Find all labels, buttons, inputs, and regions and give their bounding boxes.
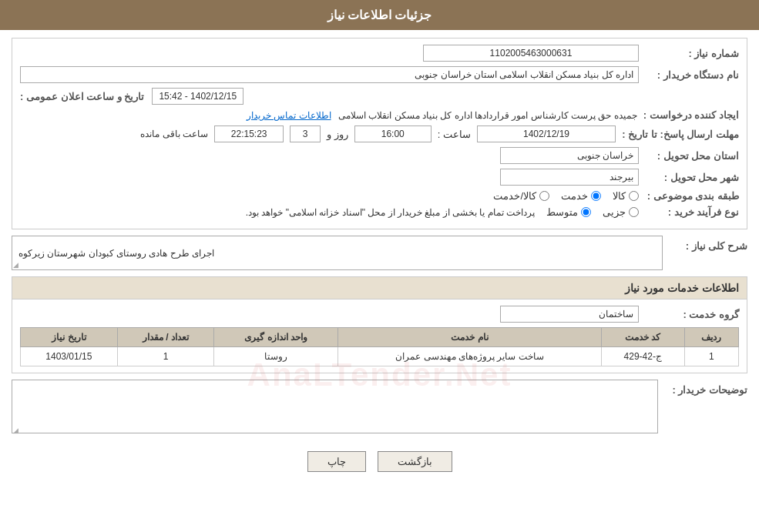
category-option-khedmat: خدمت: [561, 190, 601, 202]
print-button[interactable]: چاپ: [307, 451, 366, 472]
category-radio-kala-khedmat[interactable]: [539, 191, 549, 201]
request-number-value: 1102005463000631: [423, 45, 639, 62]
deadline-label: مهلت ارسال پاسخ: تا تاریخ :: [616, 129, 739, 140]
deadline-time-label: ساعت :: [438, 129, 471, 140]
request-number-label: شماره نیاز :: [639, 48, 739, 59]
page-title: جزئیات اطلاعات نیاز: [327, 8, 432, 22]
service-group-row: گروه خدمت : ساختمان: [20, 306, 739, 323]
category-row: طبقه بندی موضوعی : کالا خدمت کالا/خدم: [20, 190, 739, 202]
buyer-org-label: نام دستگاه خریدار :: [639, 69, 739, 81]
description-value: اجرای طرح هادی روستای کبودان شهرستان زیر…: [12, 236, 663, 270]
category-radio-khedmat[interactable]: [591, 191, 601, 201]
deadline-date: 1402/12/19: [477, 125, 616, 142]
col-header-name: نام خدمت: [338, 328, 601, 347]
process-option-jozi: جزیی: [603, 206, 639, 218]
buyer-org-row: نام دستگاه خریدار : اداره کل بنیاد مسکن …: [20, 66, 739, 83]
buyer-org-value: اداره کل بنیاد مسکن انقلاب اسلامی استان …: [20, 66, 639, 83]
buyer-notes-textarea[interactable]: [12, 380, 658, 433]
process-label-jozi: جزیی: [603, 206, 626, 218]
process-radio-group: جزیی متوسط: [546, 206, 639, 218]
category-radio-kala[interactable]: [629, 191, 639, 201]
process-label: نوع فرآیند خرید :: [639, 206, 739, 218]
city-row: شهر محل تحویل : بیرجند: [20, 169, 739, 186]
resize-handle: ◢: [13, 261, 18, 269]
deadline-day-label: روز و: [327, 129, 348, 140]
table-row: 1ج-42-429ساخت سایر پروژه‌های مهندسی عمرا…: [21, 347, 739, 366]
province-label: استان محل تحویل :: [639, 150, 739, 162]
deadline-time: 16:00: [354, 125, 432, 142]
province-value: خراسان جنوبی: [500, 147, 639, 164]
category-label: طبقه بندی موضوعی :: [639, 190, 739, 202]
col-header-code: کد خدمت: [601, 328, 684, 347]
process-radio-jozi[interactable]: [629, 207, 639, 217]
deadline-remaining-suffix: ساعت باقی مانده: [140, 129, 208, 139]
city-label: شهر محل تحویل :: [639, 172, 739, 183]
button-row: بازگشت چاپ: [12, 442, 747, 481]
notes-resize-handle: ◢: [13, 427, 18, 434]
page-header: جزئیات اطلاعات نیاز: [0, 0, 759, 30]
announce-label: تاریخ و ساعت اعلان عمومی :: [20, 91, 144, 102]
category-label-kala-khedmat: کالا/خدمت: [493, 190, 536, 202]
service-group-label: گروه خدمت :: [639, 309, 739, 320]
requester-label: ایجاد کننده درخواست :: [637, 109, 739, 121]
category-label-khedmat: خدمت: [561, 190, 588, 202]
deadline-day: 3: [290, 125, 321, 142]
back-button[interactable]: بازگشت: [378, 451, 452, 472]
table-cell-row: 1: [684, 347, 738, 366]
category-radio-group: کالا خدمت کالا/خدمت: [493, 190, 639, 202]
request-number-row: شماره نیاز : 1102005463000631: [20, 45, 739, 62]
category-option-kala-khedmat: کالا/خدمت: [493, 190, 549, 202]
table-cell-unit: روستا: [214, 347, 338, 366]
services-table-container: ردیف کد خدمت نام خدمت واحد اندازه گیری ت…: [20, 327, 739, 366]
col-header-date: تاریخ نیاز: [21, 328, 118, 347]
city-value: بیرجند: [500, 169, 639, 186]
buyer-notes-label: توضیحات خریدار :: [666, 380, 747, 396]
buyer-notes-section: توضیحات خریدار : ◢: [12, 380, 747, 436]
col-header-row: ردیف: [684, 328, 738, 347]
col-header-qty: تعداد / مقدار: [117, 328, 214, 347]
services-table: ردیف کد خدمت نام خدمت واحد اندازه گیری ت…: [20, 327, 739, 366]
deadline-row: مهلت ارسال پاسخ: تا تاریخ : 1402/12/19 س…: [20, 125, 739, 142]
service-group-value: ساختمان: [500, 306, 639, 323]
requester-value: جمیده حق پرست کارشناس امور قراردادها ادا…: [338, 110, 637, 121]
table-cell-code: ج-42-429: [601, 347, 684, 366]
col-header-unit: واحد اندازه گیری: [214, 328, 338, 347]
requester-row: ایجاد کننده درخواست : جمیده حق پرست کارش…: [20, 109, 739, 121]
province-row: استان محل تحویل : خراسان جنوبی: [20, 147, 739, 164]
process-option-motavasset: متوسط: [546, 206, 591, 218]
services-section: اطلاعات خدمات مورد نیاز گروه خدمت : ساخت…: [12, 276, 747, 373]
table-cell-name: ساخت سایر پروژه‌های مهندسی عمران: [338, 347, 601, 366]
category-label-kala: کالا: [613, 190, 626, 202]
main-info-section: شماره نیاز : 1102005463000631 نام دستگاه…: [12, 38, 747, 229]
announce-value: 1402/12/15 - 15:42: [152, 88, 243, 105]
contact-link[interactable]: اطلاعات تماس خریدار: [247, 110, 331, 121]
process-row: نوع فرآیند خرید : جزیی متوسط پرداخت تمام…: [20, 206, 739, 218]
table-cell-date: 1403/01/15: [21, 347, 118, 366]
description-label: شرح کلی نیاز :: [670, 236, 747, 252]
table-cell-quantity: 1: [117, 347, 214, 366]
process-note: پرداخت تمام یا بخشی از مبلغ خریدار از مح…: [246, 207, 535, 218]
services-section-title: اطلاعات خدمات مورد نیاز: [12, 277, 747, 299]
process-radio-motavasset[interactable]: [581, 207, 591, 217]
deadline-remaining: 22:15:23: [214, 125, 284, 142]
process-label-motavasset: متوسط: [546, 206, 578, 218]
announce-row: 1402/12/15 - 15:42 تاریخ و ساعت اعلان عم…: [20, 88, 739, 105]
description-section: شرح کلی نیاز : اجرای طرح هادی روستای کبو…: [12, 236, 747, 270]
category-option-kala: کالا: [613, 190, 639, 202]
